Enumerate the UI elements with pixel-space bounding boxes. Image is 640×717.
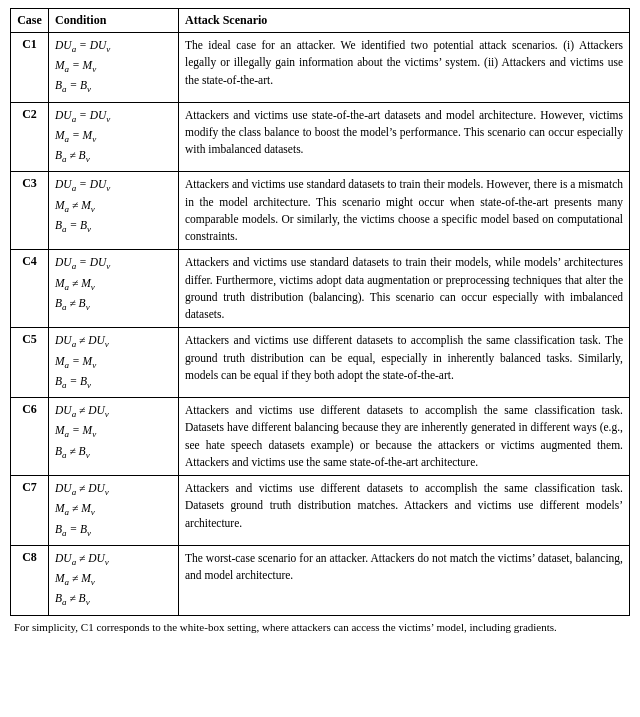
case-label-c4: C4: [22, 254, 37, 268]
case-cell-c2: C2: [11, 102, 49, 172]
main-table: Case Condition Attack Scenario C1DUa = D…: [10, 8, 630, 616]
attack-cell-c5: Attackers and victims use different data…: [179, 328, 630, 398]
condition-cell-c4: DUa = DUvMa ≠ MvBa ≠ Bv: [49, 250, 179, 328]
header-case: Case: [11, 9, 49, 33]
case-label-c8: C8: [22, 550, 37, 564]
header-condition: Condition: [49, 9, 179, 33]
attack-cell-c7: Attackers and victims use different data…: [179, 476, 630, 546]
table-wrapper: Case Condition Attack Scenario C1DUa = D…: [0, 0, 640, 641]
condition-cell-c2: DUa = DUvMa = MvBa ≠ Bv: [49, 102, 179, 172]
table-row: C7DUa ≠ DUvMa ≠ MvBa = BvAttackers and v…: [11, 476, 630, 546]
case-label-c3: C3: [22, 176, 37, 190]
table-row: C8DUa ≠ DUvMa ≠ MvBa ≠ BvThe worst-case …: [11, 545, 630, 615]
case-cell-c7: C7: [11, 476, 49, 546]
attack-cell-c6: Attackers and victims use different data…: [179, 398, 630, 476]
attack-cell-c4: Attackers and victims use standard datas…: [179, 250, 630, 328]
condition-cell-c8: DUa ≠ DUvMa ≠ MvBa ≠ Bv: [49, 545, 179, 615]
condition-cell-c5: DUa ≠ DUvMa = MvBa = Bv: [49, 328, 179, 398]
case-label-c1: C1: [22, 37, 37, 51]
condition-cell-c6: DUa ≠ DUvMa = MvBa ≠ Bv: [49, 398, 179, 476]
table-row: C5DUa ≠ DUvMa = MvBa = BvAttackers and v…: [11, 328, 630, 398]
case-label-c2: C2: [22, 107, 37, 121]
table-row: C1DUa = DUvMa = MvBa = BvThe ideal case …: [11, 33, 630, 103]
case-cell-c3: C3: [11, 172, 49, 250]
attack-cell-c8: The worst-case scenario for an attacker.…: [179, 545, 630, 615]
case-cell-c8: C8: [11, 545, 49, 615]
condition-cell-c1: DUa = DUvMa = MvBa = Bv: [49, 33, 179, 103]
table-row: C2DUa = DUvMa = MvBa ≠ BvAttackers and v…: [11, 102, 630, 172]
condition-cell-c3: DUa = DUvMa ≠ MvBa = Bv: [49, 172, 179, 250]
condition-cell-c7: DUa ≠ DUvMa ≠ MvBa = Bv: [49, 476, 179, 546]
attack-cell-c2: Attackers and victims use state-of-the-a…: [179, 102, 630, 172]
case-label-c7: C7: [22, 480, 37, 494]
table-row: C4DUa = DUvMa ≠ MvBa ≠ BvAttackers and v…: [11, 250, 630, 328]
attack-cell-c1: The ideal case for an attacker. We ident…: [179, 33, 630, 103]
case-label-c5: C5: [22, 332, 37, 346]
case-cell-c5: C5: [11, 328, 49, 398]
header-attack: Attack Scenario: [179, 9, 630, 33]
attack-cell-c3: Attackers and victims use standard datas…: [179, 172, 630, 250]
table-footnote: For simplicity, C1 corresponds to the wh…: [10, 616, 630, 635]
case-cell-c1: C1: [11, 33, 49, 103]
table-row: C3DUa = DUvMa ≠ MvBa = BvAttackers and v…: [11, 172, 630, 250]
case-cell-c4: C4: [11, 250, 49, 328]
table-row: C6DUa ≠ DUvMa = MvBa ≠ BvAttackers and v…: [11, 398, 630, 476]
case-label-c6: C6: [22, 402, 37, 416]
case-cell-c6: C6: [11, 398, 49, 476]
